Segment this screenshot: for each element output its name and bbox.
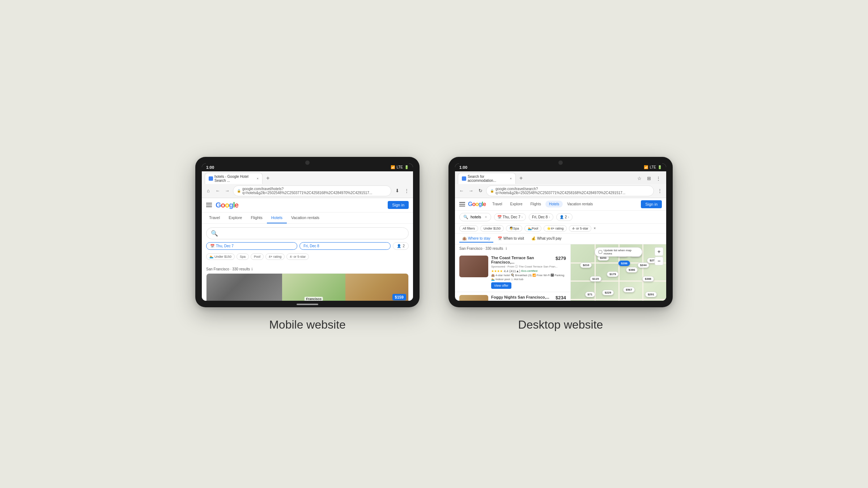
mobile-device-label: Mobile website	[269, 318, 346, 331]
desktop-map-pin-7[interactable]: $386	[626, 267, 638, 273]
desktop-tab-vacation[interactable]: Vacation rentals	[563, 201, 596, 207]
mobile-hamburger-menu[interactable]	[206, 203, 212, 207]
mobile-checkin-pill[interactable]: 📅 Thu, Dec 7	[206, 242, 297, 250]
desktop-map-pin-10[interactable]: $388	[642, 276, 654, 282]
desktop-address-bar[interactable]: 🔒 google.com/travel/search?q=hotels&g2lb…	[486, 185, 654, 196]
mobile-price-badge: $159	[392, 294, 406, 300]
desktop-filter-all[interactable]: All filters	[459, 225, 478, 232]
desktop-forward-icon[interactable]: →	[467, 187, 475, 194]
desktop-tab-explore[interactable]: Explore	[507, 201, 526, 207]
mobile-google-logo: Google	[216, 201, 238, 209]
desktop-results-info-icon: ℹ	[506, 247, 507, 251]
mobile-filter-chip-4[interactable]: 4- or 5-star	[286, 253, 309, 260]
desktop-guest-pill[interactable]: 👤 2 ›	[556, 213, 573, 221]
mobile-filter-chip-2[interactable]: Pool	[251, 253, 264, 260]
desktop-search-input-wrap[interactable]: 🔍 hotels ×	[459, 213, 491, 221]
mobile-checkout-pill[interactable]: Fri, Dec 8	[299, 242, 391, 250]
mobile-download-icon[interactable]: ⬇	[393, 187, 401, 194]
desktop-search-clear[interactable]: ×	[485, 215, 487, 219]
mobile-forward-icon[interactable]: →	[224, 187, 231, 194]
mobile-device-container: 1:00 📶 LTE 🔋 hotels - Google Hotel Searc…	[195, 157, 420, 331]
mobile-tab-hotels[interactable]: Hotels	[267, 213, 287, 223]
mobile-home-icon[interactable]: ⌂	[205, 187, 212, 194]
mobile-guest-pill[interactable]: 👤 2	[393, 242, 409, 250]
desktop-update-list-input[interactable]	[599, 250, 602, 254]
desktop-checkin-pill[interactable]: 📅 Thu, Dec 7 ›	[494, 213, 526, 221]
desktop-filter-more[interactable]: ×	[593, 226, 596, 230]
desktop-checkout-pill[interactable]: Fri, Dec 8 ›	[529, 213, 553, 221]
mobile-back-icon[interactable]: ←	[214, 187, 221, 194]
desktop-guest-count: 2	[565, 215, 567, 219]
desktop-map-pin-11[interactable]: $71	[585, 292, 595, 297]
desktop-star-icon[interactable]: ☆	[636, 175, 643, 182]
desktop-hotel1-price: $279	[556, 256, 566, 261]
desktop-time: 1:00	[459, 165, 467, 170]
desktop-context-where[interactable]: 🏨 Where to stay	[459, 235, 493, 243]
mobile-search-input[interactable]: hotels	[221, 231, 404, 236]
desktop-tablet-frame: 1:00 📶 LTE 🔋 Search for accommodation...…	[448, 157, 673, 307]
desktop-tab-close[interactable]: ×	[510, 177, 512, 180]
mobile-tab-close[interactable]: ×	[257, 177, 259, 180]
mobile-search-box[interactable]: 🔍 hotels	[206, 227, 409, 239]
desktop-reload-icon[interactable]: ↻	[477, 187, 484, 194]
desktop-hotel2-price: $234	[556, 295, 566, 300]
desktop-map-pin-14[interactable]: $291	[645, 292, 657, 297]
mobile-filter-chip-1[interactable]: Spa	[237, 253, 249, 260]
desktop-map-background: $210 $153 $930 $330 $288 $115 $179 $386 …	[571, 244, 666, 301]
desktop-filter-price[interactable]: Under $150	[480, 225, 504, 232]
mobile-menu-icon[interactable]: ⋮	[403, 187, 410, 194]
desktop-filter-pool[interactable]: 🏊Pool	[524, 225, 541, 232]
desktop-zoom-out-btn[interactable]: −	[655, 257, 663, 265]
mobile-search-icon: 🔍	[211, 230, 218, 237]
desktop-hotel1-view-offer-btn[interactable]: View offer	[491, 282, 511, 289]
mobile-address-bar[interactable]: 🔒 google.com/travel/hotels?q=hotels&g2lb…	[233, 185, 391, 196]
desktop-when-icon: 📅	[498, 236, 502, 240]
desktop-search-bar: 🔍 hotels × 📅 Thu, Dec 7 › Fri, Dec 8 ›	[455, 211, 666, 224]
desktop-filter-stars[interactable]: 4- or 5-star	[569, 225, 591, 232]
desktop-browser-tab[interactable]: Search for accommodation... ×	[458, 173, 516, 184]
desktop-filter-rating[interactable]: ⭐4+ rating	[544, 225, 567, 232]
desktop-tab-flights[interactable]: Flights	[527, 201, 544, 207]
desktop-map-pin-8[interactable]: $244	[638, 262, 649, 268]
desktop-context-when[interactable]: 📅 When to visit	[495, 235, 527, 243]
mobile-filter-chips: 🏊 Under $150 Spa Pool 4+ rating	[206, 252, 409, 261]
desktop-map-pin-5[interactable]: $115	[590, 276, 601, 282]
mobile-tab-flights[interactable]: Flights	[246, 213, 267, 223]
desktop-map-pin-4[interactable]: $288	[618, 261, 630, 266]
desktop-page-header: Google Travel Explore Flights H	[455, 198, 666, 211]
desktop-status-icons: 📶 LTE 🔋	[644, 165, 662, 169]
desktop-browser-menu2-icon[interactable]: ⋮	[656, 187, 663, 194]
mobile-tab-vacation[interactable]: Vacation rentals	[287, 213, 324, 223]
mobile-tab-travel[interactable]: Travel	[205, 213, 224, 223]
desktop-map-pin-6[interactable]: $179	[607, 271, 618, 277]
desktop-map-pin-13[interactable]: $567	[623, 287, 635, 292]
desktop-browser-menu-icon[interactable]: ⋮	[655, 175, 662, 182]
desktop-google-logo: Google	[468, 201, 486, 207]
desktop-hotel-card-1[interactable]: The Coast Terrace San Francisco,... $279…	[455, 253, 570, 292]
mobile-hotel-card[interactable]: Francisco $159 The Goldrush Inn San Fran…	[206, 273, 409, 301]
mobile-sign-in-btn[interactable]: Sign in	[388, 201, 409, 209]
desktop-map-area: $210 $153 $930 $330 $288 $115 $179 $386 …	[571, 244, 666, 301]
desktop-tab-travel[interactable]: Travel	[489, 201, 506, 207]
desktop-context-what[interactable]: 💰 What you'll pay	[528, 235, 565, 243]
desktop-hotel-card-2[interactable]: Foggy Nights San Francisco,... $234 Spon…	[455, 292, 570, 301]
desktop-map-pin-12[interactable]: $229	[602, 290, 614, 295]
desktop-new-tab-btn[interactable]: +	[517, 174, 525, 182]
desktop-sign-in-btn[interactable]: Sign in	[641, 200, 662, 208]
mobile-filter-chip-3[interactable]: 4+ rating	[265, 253, 285, 260]
desktop-apps-icon[interactable]: ⊞	[645, 175, 652, 182]
desktop-hamburger[interactable]	[459, 202, 465, 206]
desktop-map-pin-1[interactable]: $210	[580, 262, 592, 268]
desktop-update-list-checkbox[interactable]: Update list when map moves	[595, 247, 642, 257]
mobile-filter-chip-0[interactable]: 🏊 Under $150	[206, 253, 235, 260]
mobile-new-tab-btn[interactable]: +	[264, 174, 272, 182]
mobile-browser-tab[interactable]: hotels - Google Hotel Search ... ×	[205, 173, 263, 184]
desktop-zoom-in-btn[interactable]: +	[655, 247, 663, 256]
desktop-where-icon: 🏨	[462, 236, 467, 240]
mobile-tab-explore[interactable]: Explore	[224, 213, 246, 223]
desktop-back-icon[interactable]: ←	[458, 187, 465, 194]
desktop-hotel-list-header: San Francisco · 330 results ℹ	[455, 244, 570, 253]
desktop-filter-spa[interactable]: 🧖Spa	[506, 225, 522, 232]
desktop-tab-hotels[interactable]: Hotels	[545, 201, 563, 207]
desktop-hotel1-hottub: ♨ Hot tub	[511, 278, 523, 281]
